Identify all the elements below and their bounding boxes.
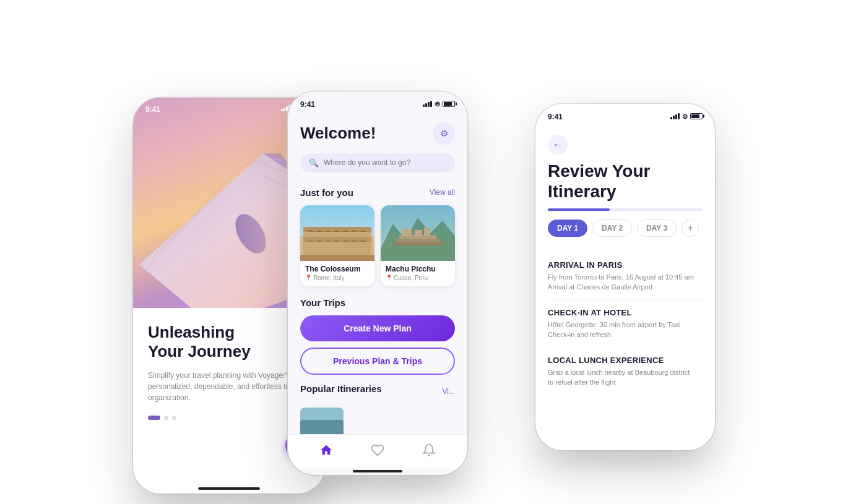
- day-tab-2[interactable]: DAY 2: [592, 220, 632, 237]
- search-input[interactable]: [324, 158, 446, 167]
- itinerary-item-hotel: CHECK-IN AT HOTEL Hôtel Georgette: 30 mi…: [548, 301, 703, 348]
- bell-icon: [422, 443, 436, 457]
- battery-icon-3: [690, 113, 703, 119]
- home-icon: [319, 443, 333, 457]
- progress-fill: [548, 208, 610, 211]
- popular-header: Popular Itineraries Vi...: [300, 383, 455, 400]
- your-trips-title: Your Trips: [300, 297, 455, 308]
- heart-icon: [371, 443, 384, 457]
- day-tab-3[interactable]: DAY 3: [637, 220, 677, 237]
- back-button[interactable]: ←: [548, 135, 568, 155]
- day-tab-1[interactable]: DAY 1: [548, 220, 587, 237]
- time-phone3: 9:41: [548, 113, 563, 121]
- arrival-title: ARRIVAL IN PARIS: [548, 260, 703, 270]
- lunch-title: LOCAL LUNCH EXPERIENCE: [548, 356, 703, 365]
- itinerary-header: ← Review YourItinerary DAY 1 DAY 2 DAY 3…: [535, 131, 715, 253]
- day-tabs: DAY 1 DAY 2 DAY 3 +: [548, 220, 703, 237]
- svg-rect-11: [396, 239, 439, 242]
- onboarding-subtitle: Simplify your travel planning with Voyag…: [148, 370, 310, 403]
- welcome-title: Welcome!: [300, 124, 376, 143]
- machu-location: 📍 Cusco, Peru: [386, 275, 450, 281]
- hotel-title: CHECK-IN AT HOTEL: [548, 308, 703, 317]
- place-card-machu[interactable]: Machu Picchu 📍 Cusco, Peru: [381, 205, 455, 286]
- colosseum-name: The Colosseum: [305, 265, 370, 273]
- place-card-colosseum[interactable]: The Colosseum 📍 Rome, Italy: [300, 205, 374, 286]
- pin-icon-2: 📍: [386, 275, 392, 281]
- app-scene: 9:41 ⊜: [84, 11, 764, 493]
- machu-image: [381, 205, 455, 261]
- signal-icon-3: [670, 113, 680, 119]
- notch-phone3: [588, 104, 662, 120]
- settings-button[interactable]: ⚙: [433, 122, 455, 145]
- pagination-dots: [148, 416, 310, 420]
- dot-2: [164, 416, 168, 420]
- notch-phone2: [340, 92, 415, 108]
- itinerary-item-lunch: LOCAL LUNCH EXPERIENCE Grab a local lunc…: [548, 348, 703, 395]
- home-body: Just for you View all: [288, 179, 467, 434]
- phone-itinerary: 9:41 ⊜ ← Review YourItinerary: [535, 104, 715, 450]
- status-icons-phone3: ⊜: [670, 113, 703, 121]
- onboarding-title: UnleashingYour Journey: [148, 323, 310, 361]
- svg-rect-15: [424, 228, 430, 236]
- colosseum-image: [300, 205, 374, 261]
- popular-title: Popular Itineraries: [300, 383, 382, 394]
- svg-rect-10: [393, 242, 443, 246]
- phone-home: 9:41 ⊜ Welcome! ⚙ 🔍: [288, 92, 467, 475]
- itinerary-body: ARRIVAL IN PARIS Fly from Toronto to Par…: [535, 253, 715, 419]
- colosseum-location: 📍 Rome, Italy: [305, 275, 370, 281]
- create-plan-button[interactable]: Create New Plan: [300, 315, 455, 341]
- dot-active: [148, 416, 160, 420]
- search-bar[interactable]: 🔍: [300, 153, 455, 173]
- nav-favorites[interactable]: [371, 443, 384, 457]
- search-icon: 🔍: [309, 158, 319, 168]
- pin-icon: 📍: [305, 275, 312, 281]
- view-all-popular[interactable]: Vi...: [443, 387, 455, 396]
- nav-notifications[interactable]: [422, 443, 436, 457]
- battery-icon-2: [443, 101, 455, 107]
- signal-icon-2: [423, 101, 432, 107]
- svg-rect-6: [300, 255, 374, 261]
- svg-rect-13: [402, 229, 412, 236]
- bottom-navigation: [288, 434, 467, 469]
- just-for-you-title: Just for you: [300, 187, 353, 198]
- time-phone2: 9:41: [300, 100, 315, 109]
- itinerary-item-arrival: ARRIVAL IN PARIS Fly from Toronto to Par…: [548, 253, 703, 301]
- places-row: The Colosseum 📍 Rome, Italy: [300, 205, 455, 286]
- colosseum-info: The Colosseum 📍 Rome, Italy: [300, 261, 374, 286]
- status-icons-phone2: ⊜: [423, 100, 455, 108]
- lunch-desc: Grab a local lunch nearby at Beaubourg d…: [548, 367, 703, 388]
- view-all-link[interactable]: View all: [430, 188, 455, 197]
- hotel-desc: Hôtel Georgette: 30 min from airport by …: [548, 320, 703, 340]
- home-indicator-2: [353, 470, 402, 472]
- machu-info: Machu Picchu 📍 Cusco, Peru: [381, 261, 455, 286]
- time-phone1: 9:41: [145, 105, 160, 114]
- wifi-icon-3: ⊜: [682, 113, 688, 121]
- itinerary-title: Review YourItinerary: [548, 161, 703, 202]
- svg-rect-14: [415, 230, 422, 236]
- popular-thumbnail[interactable]: [300, 408, 344, 434]
- nav-home[interactable]: [319, 443, 333, 457]
- dot-3: [172, 416, 176, 420]
- just-for-you-header: Just for you View all: [300, 187, 455, 198]
- home-indicator: [198, 487, 260, 490]
- home-header: Welcome! ⚙ 🔍: [288, 119, 467, 179]
- itinerary-bottom-fade: [535, 419, 715, 450]
- wifi-icon-2: ⊜: [435, 100, 440, 108]
- previous-trips-button[interactable]: Previous Plan & Trips: [300, 348, 455, 375]
- arrival-desc: Fly from Toronto to Paris, 16 August at …: [548, 272, 703, 293]
- add-day-button[interactable]: +: [681, 220, 699, 237]
- progress-bar: [548, 208, 703, 211]
- machu-name: Machu Picchu: [386, 265, 450, 273]
- svg-rect-17: [300, 420, 344, 434]
